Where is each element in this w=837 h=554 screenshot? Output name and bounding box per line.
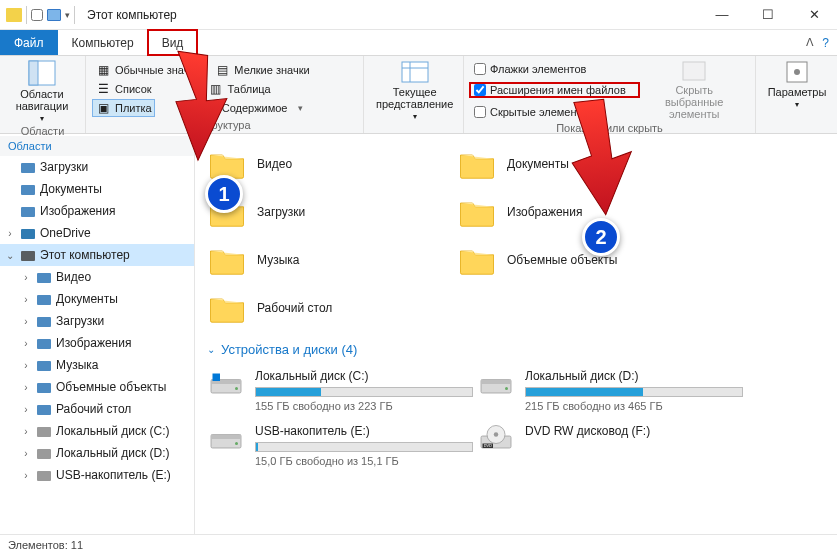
hide-selected-button[interactable]: Скрыть выбранные элементы <box>639 58 749 122</box>
tree-node[interactable]: ›Загрузки <box>0 310 194 332</box>
tab-file[interactable]: Файл <box>0 30 58 55</box>
chevron-icon[interactable]: › <box>20 294 32 305</box>
maximize-button[interactable]: ☐ <box>745 0 791 30</box>
drive-free-text: 155 ГБ свободно из 223 ГБ <box>255 400 473 412</box>
folder-name: Музыка <box>257 253 299 267</box>
svg-rect-16 <box>37 339 51 349</box>
chevron-down-icon[interactable]: ▾ <box>65 10 70 20</box>
downloads-icon <box>20 159 36 175</box>
svg-rect-2 <box>402 62 428 82</box>
checkbox-file-extensions[interactable]: Расширения имен файлов <box>470 83 639 97</box>
layout-content[interactable]: ☷Содержимое <box>199 99 291 117</box>
separator <box>74 6 75 24</box>
folder-item[interactable]: Изображения <box>455 188 705 236</box>
folder-item[interactable]: Музыка <box>205 236 455 284</box>
drive-item[interactable]: USB-накопитель (E:)15,0 ГБ свободно из 1… <box>205 418 475 473</box>
chevron-icon[interactable]: › <box>20 470 32 481</box>
window-title: Этот компьютер <box>87 8 177 22</box>
folder-icon <box>6 8 22 22</box>
folder-item[interactable]: Видео <box>205 140 455 188</box>
collapse-ribbon-icon[interactable]: ᐱ <box>806 36 814 49</box>
chevron-icon[interactable]: ⌄ <box>4 250 16 261</box>
help-icon[interactable]: ? <box>822 36 829 50</box>
usb-icon <box>36 467 52 483</box>
tree-node[interactable]: Изображения <box>0 200 194 222</box>
chevron-icon[interactable]: › <box>20 448 32 459</box>
navigation-pane-button[interactable]: Области навигации ▾ <box>6 58 78 125</box>
folder-item[interactable]: Рабочий стол <box>205 284 455 332</box>
chevron-icon[interactable]: › <box>20 316 32 327</box>
drive-item[interactable]: Локальный диск (D:)215 ГБ свободно из 46… <box>475 363 745 418</box>
hide-icon <box>681 60 707 82</box>
chevron-icon[interactable]: › <box>20 382 32 393</box>
tree-node[interactable]: Документы <box>0 178 194 200</box>
section-drives[interactable]: ⌄ Устройства и диски (4) <box>205 332 827 363</box>
tree-node[interactable]: ›OneDrive <box>0 222 194 244</box>
drive-free-text: 215 ГБ свободно из 465 ГБ <box>525 400 743 412</box>
chevron-icon[interactable]: › <box>20 404 32 415</box>
folder-name: Изображения <box>507 205 582 219</box>
options-icon <box>784 60 810 84</box>
folder-item[interactable]: Объемные объекты <box>455 236 705 284</box>
tree-node-label: Документы <box>56 292 118 306</box>
current-view-button[interactable]: Текущее представление ▾ <box>370 58 459 131</box>
minimize-button[interactable]: — <box>699 0 745 30</box>
tree-node[interactable]: ›Локальный диск (D:) <box>0 442 194 464</box>
drive-usage-bar <box>525 387 743 397</box>
content-pane[interactable]: ВидеоДокументыЗагрузкиИзображенияМузыкаО… <box>195 134 837 534</box>
close-button[interactable]: ✕ <box>791 0 837 30</box>
chevron-icon[interactable]: › <box>20 272 32 283</box>
panes-icon <box>28 60 56 86</box>
tree-node[interactable]: ›Изображения <box>0 332 194 354</box>
svg-rect-14 <box>37 295 51 305</box>
tab-view[interactable]: Вид <box>148 30 198 55</box>
folder-name: Документы <box>507 157 569 171</box>
tree-node-label: Видео <box>56 270 91 284</box>
svg-point-29 <box>505 387 508 390</box>
checkbox-item-checkboxes[interactable]: Флажки элементов <box>470 62 639 76</box>
tab-computer[interactable]: Компьютер <box>58 30 148 55</box>
tree-node[interactable]: ›Музыка <box>0 354 194 376</box>
tree-node[interactable]: ›Объемные объекты <box>0 376 194 398</box>
layout-small-icons[interactable]: ▤Мелкие значки <box>211 61 312 79</box>
layout-large-icons[interactable]: ▦Обычные значки <box>92 61 203 79</box>
checkbox-hidden-items[interactable]: Скрытые элементы <box>470 105 639 119</box>
svg-rect-12 <box>21 251 35 261</box>
svg-rect-20 <box>37 427 51 437</box>
tree-node[interactable]: ›Видео <box>0 266 194 288</box>
quick-access-toolbar: ▾ <box>0 6 81 24</box>
tree-node[interactable]: ›Локальный диск (C:) <box>0 420 194 442</box>
chevron-icon[interactable]: › <box>4 228 16 239</box>
downloads-icon <box>36 313 52 329</box>
folder-name: Видео <box>257 157 292 171</box>
svg-point-7 <box>794 69 800 75</box>
layout-tiles[interactable]: ▣Плитка <box>92 99 155 117</box>
folder-icon <box>207 240 247 280</box>
chevron-icon[interactable]: › <box>20 338 32 349</box>
drive-item[interactable]: DVDDVD RW дисковод (F:) <box>475 418 745 473</box>
tree-node-label: Рабочий стол <box>56 402 131 416</box>
svg-rect-8 <box>21 163 35 173</box>
chevron-icon[interactable]: › <box>20 360 32 371</box>
chevron-down-icon[interactable]: ▾ <box>298 103 303 113</box>
folder-name: Рабочий стол <box>257 301 332 315</box>
ribbon-group-label <box>370 131 457 133</box>
drive-usage-bar <box>255 387 473 397</box>
tree-node[interactable]: ⌄Этот компьютер <box>0 244 194 266</box>
qat-checkbox[interactable] <box>31 9 43 21</box>
navigation-tree[interactable]: Области ЗагрузкиДокументыИзображения›One… <box>0 134 195 534</box>
tree-node[interactable]: ›Документы <box>0 288 194 310</box>
options-button[interactable]: Параметры ▾ <box>762 58 832 133</box>
tree-node[interactable]: Загрузки <box>0 156 194 178</box>
tree-node[interactable]: ›Рабочий стол <box>0 398 194 420</box>
svg-rect-28 <box>481 380 511 385</box>
svg-rect-21 <box>37 449 51 459</box>
drive-item[interactable]: Локальный диск (C:)155 ГБ свободно из 22… <box>205 363 475 418</box>
layout-list[interactable]: ☰Список <box>92 80 155 98</box>
chevron-icon[interactable]: › <box>20 426 32 437</box>
drive-name: DVD RW дисковод (F:) <box>525 424 743 438</box>
layout-table[interactable]: ▥Таблица <box>205 80 274 98</box>
annotation-badge-1: 1 <box>205 175 243 213</box>
folder-item[interactable]: Документы <box>455 140 705 188</box>
tree-node[interactable]: ›USB-накопитель (E:) <box>0 464 194 486</box>
